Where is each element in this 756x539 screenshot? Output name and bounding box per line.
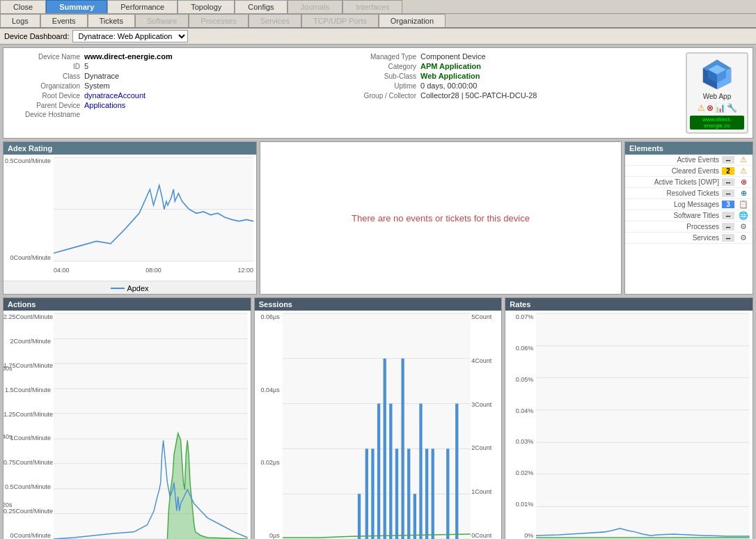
device-class-value: Dynatrace bbox=[84, 72, 119, 80]
adex-chart-svg bbox=[54, 157, 253, 261]
software-titles-count: -- bbox=[722, 212, 734, 219]
svg-rect-32 bbox=[371, 448, 374, 539]
actions-title: Actions bbox=[3, 298, 251, 311]
device-org-value: System bbox=[84, 81, 110, 90]
processes-label: Processes bbox=[628, 223, 719, 231]
adex-y-bottom: 0Count/Minute bbox=[3, 254, 54, 261]
breadcrumb-label: Device Dashboard: bbox=[4, 32, 70, 40]
sessions-y2-1: 0.04μs bbox=[255, 386, 283, 393]
cleared-events-count: 2 bbox=[722, 167, 734, 175]
sub-tab-services: Services bbox=[249, 14, 301, 27]
tab-performance[interactable]: Performance bbox=[107, 0, 178, 13]
element-row-active-tickets[interactable]: Active Tickets [OWP] -- ⊗ bbox=[625, 177, 753, 188]
rates-title: Rates bbox=[505, 298, 753, 311]
element-row-active-events[interactable]: Active Events -- ⚠ bbox=[625, 155, 753, 166]
element-row-log-messages[interactable]: Log Messages 3 📋 bbox=[625, 199, 753, 210]
tab-topology[interactable]: Topology bbox=[178, 0, 235, 13]
sub-tab-events[interactable]: Events bbox=[40, 14, 88, 27]
nav-tabs: Close Summary Performance Topology Confi… bbox=[0, 0, 756, 14]
software-titles-icon: 🌐 bbox=[737, 211, 750, 220]
error-icon: ⊗ bbox=[707, 103, 714, 113]
subclass-value: Web Application bbox=[420, 72, 480, 80]
sub-tab-organization[interactable]: Organization bbox=[379, 14, 446, 27]
svg-rect-33 bbox=[377, 404, 380, 539]
actions-side-0: 60s bbox=[3, 365, 16, 372]
resolved-tickets-label: Resolved Tickets bbox=[628, 189, 719, 197]
sub-tab-processes: Processes bbox=[189, 14, 248, 27]
main-content: Adex Rating 0.5Count/Minute 0Count/Minut… bbox=[3, 141, 753, 295]
adex-legend-label: Apdex bbox=[127, 284, 148, 292]
sessions-y-4: 1Count bbox=[470, 488, 501, 495]
log-messages-icon: 📋 bbox=[737, 200, 750, 209]
sub-tab-software: Software bbox=[135, 14, 189, 27]
active-events-count: -- bbox=[722, 156, 734, 164]
device-info-right: Managed Type Component Device Category A… bbox=[344, 52, 680, 134]
sub-nav-tabs: Logs Events Tickets Software Processes S… bbox=[0, 14, 756, 29]
rates-y-1: 0.06% bbox=[505, 345, 536, 352]
element-row-cleared-events[interactable]: Cleared Events 2 ⚠ bbox=[625, 166, 753, 177]
actions-panel: Actions 2.25Count/Minute 2Count/Minute 1… bbox=[3, 297, 251, 539]
tab-configs[interactable]: Configs bbox=[235, 0, 287, 13]
sub-tab-tickets[interactable]: Tickets bbox=[88, 14, 135, 27]
svg-rect-35 bbox=[389, 404, 392, 539]
adex-y-top: 0.5Count/Minute bbox=[3, 157, 54, 164]
svg-rect-36 bbox=[395, 448, 397, 539]
tab-summary[interactable]: Summary bbox=[46, 0, 107, 13]
bottom-charts: Actions 2.25Count/Minute 2Count/Minute 1… bbox=[3, 297, 753, 539]
svg-rect-44 bbox=[455, 404, 458, 539]
sub-tab-logs[interactable]: Logs bbox=[0, 14, 40, 27]
active-events-icon: ⚠ bbox=[737, 155, 750, 164]
svg-rect-31 bbox=[365, 448, 368, 539]
sessions-y-1: 4Count bbox=[470, 357, 501, 364]
actions-chart-svg bbox=[54, 313, 248, 539]
resolved-tickets-icon: ⊕ bbox=[737, 189, 750, 198]
sub-tab-tcpudp: TCP/UDP Ports bbox=[301, 14, 379, 27]
rates-y-2: 0.05% bbox=[505, 376, 536, 383]
svg-rect-41 bbox=[425, 448, 428, 539]
rates-y-0: 0.07% bbox=[505, 313, 536, 320]
svg-rect-37 bbox=[401, 359, 404, 539]
device-id-label: ID bbox=[8, 63, 84, 70]
cleared-events-label: Cleared Events bbox=[628, 167, 719, 175]
rates-panel: Rates 0.07% 0.06% 0.05% 0.04% 0.03% 0.02… bbox=[505, 297, 753, 539]
breadcrumb-select[interactable]: Dynatrace: Web Application bbox=[72, 30, 188, 42]
sessions-y2-3: 0μs bbox=[255, 532, 283, 539]
device-url-bar: www.direct-energie.co bbox=[690, 116, 744, 130]
adex-panel: Adex Rating 0.5Count/Minute 0Count/Minut… bbox=[3, 141, 257, 295]
device-name-value: www.direct-energie.com bbox=[84, 52, 173, 61]
breadcrumb: Device Dashboard: Dynatrace: Web Applica… bbox=[0, 29, 756, 45]
element-row-services[interactable]: Services -- ⚙ bbox=[625, 233, 753, 244]
subclass-label: Sub-Class bbox=[344, 72, 420, 80]
svg-rect-39 bbox=[413, 494, 416, 539]
cleared-events-icon: ⚠ bbox=[737, 166, 750, 175]
sessions-y-0: 5Count bbox=[470, 313, 501, 320]
svg-rect-30 bbox=[358, 494, 361, 539]
active-events-label: Active Events bbox=[628, 156, 719, 164]
tab-close[interactable]: Close bbox=[0, 0, 46, 13]
element-row-software-titles[interactable]: Software Titles -- 🌐 bbox=[625, 210, 753, 221]
log-messages-count: 3 bbox=[722, 201, 734, 208]
device-parent-value: Applications bbox=[84, 101, 125, 109]
svg-rect-42 bbox=[431, 448, 434, 539]
rates-chart-container: 0.07% 0.06% 0.05% 0.04% 0.03% 0.02% 0.01… bbox=[505, 311, 753, 539]
device-cube-icon bbox=[700, 56, 734, 91]
element-row-resolved-tickets[interactable]: Resolved Tickets -- ⊕ bbox=[625, 188, 753, 199]
device-parent-label: Parent Device bbox=[8, 102, 84, 109]
resolved-tickets-count: -- bbox=[722, 189, 734, 197]
elements-panel: Elements Active Events -- ⚠ Cleared Even… bbox=[624, 141, 753, 295]
sessions-y-3: 2Count bbox=[470, 444, 501, 451]
sessions-title: Sessions bbox=[255, 298, 502, 311]
managed-label: Managed Type bbox=[344, 53, 420, 61]
managed-value: Component Device bbox=[420, 52, 486, 61]
active-tickets-label: Active Tickets [OWP] bbox=[628, 178, 719, 186]
element-row-processes[interactable]: Processes -- ⚙ bbox=[625, 221, 753, 233]
svg-rect-23 bbox=[283, 313, 471, 539]
elements-title: Elements bbox=[625, 142, 753, 155]
sessions-panel: Sessions 0.06μs 0.04μs 0.02μs 0μs 5Count… bbox=[254, 297, 503, 539]
svg-rect-40 bbox=[419, 404, 422, 539]
sessions-chart-container: 0.06μs 0.04μs 0.02μs 0μs 5Count 4Count 3… bbox=[255, 311, 502, 539]
adex-legend: Apdex bbox=[3, 281, 256, 294]
rates-y-4: 0.03% bbox=[505, 438, 536, 445]
services-count: -- bbox=[722, 234, 734, 242]
svg-rect-45 bbox=[536, 313, 750, 539]
